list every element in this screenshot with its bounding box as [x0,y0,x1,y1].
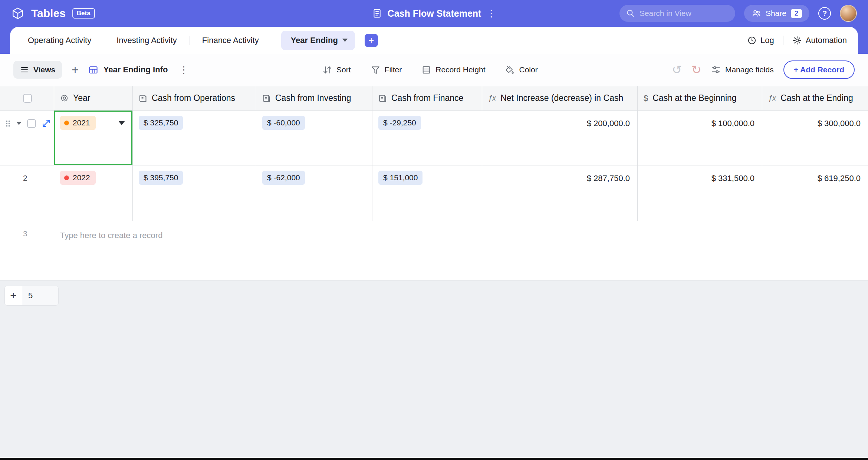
column-header-cash-from-operations[interactable]: Cash from Operations [133,86,256,110]
cell-cash-at-ending[interactable]: $ 619,250.0 [762,165,868,221]
column-header-cash-from-investing[interactable]: Cash from Investing [256,86,372,110]
tab-investing-activity[interactable]: Investing Activity [104,36,190,45]
current-view[interactable]: Year Ending Info ⋮ [88,65,189,75]
toolbar-right-group: ↺ ↻ Manage fields + Add Record [672,60,855,79]
window-bottom-edge [0,458,868,460]
tab-dropdown-caret-icon [342,39,348,42]
color-label: Color [519,65,537,74]
cell-year[interactable]: 2022 [54,165,133,221]
row-controls [0,111,54,128]
currency-chip: $ 395,750 [139,171,183,185]
search-input[interactable] [640,9,729,18]
tab-strip: Operating Activity Investing Activity Fi… [10,27,858,54]
cell-cash-from-finance[interactable]: $ -29,250 [372,111,482,165]
column-label: Year [73,93,90,103]
sort-label: Sort [336,65,351,74]
cell-cash-from-finance[interactable]: $ 151,000 [372,165,482,221]
select-all-checkbox[interactable] [23,94,32,103]
currency-chip: $ -62,000 [262,171,305,185]
column-label: Net Increase (decrease) in Cash [500,93,623,103]
tab-finance-activity[interactable]: Finance Activity [190,36,272,45]
record-height-icon [422,65,431,75]
share-button[interactable]: Share 2 [744,5,809,22]
cell-cash-from-investing[interactable]: $ -60,000 [256,111,372,165]
formula-field-icon: ƒx [768,94,776,102]
document-menu-icon[interactable]: ⋮ [486,9,496,18]
new-record-row[interactable]: 3 Type here to create a record [0,221,868,280]
formula-field-icon: ƒx [488,94,496,102]
single-select-field-icon [60,94,69,102]
column-header-cash-at-beginning[interactable]: $ Cash at the Beginning [638,86,762,110]
add-rows-button[interactable]: + [5,286,22,305]
app-window: Tables Beta Cash Flow Statement ⋮ Share [0,0,868,460]
currency-chip: $ -60,000 [262,116,305,130]
filter-label: Filter [385,65,402,74]
sort-button[interactable]: Sort [323,65,351,75]
help-icon[interactable]: ? [818,7,831,20]
add-sheet-button[interactable]: + [365,34,378,47]
undo-icon[interactable]: ↺ [672,64,682,76]
drag-handle-icon[interactable] [5,119,11,128]
cell-cash-at-ending[interactable]: $ 300,000.0 [762,111,868,165]
log-button[interactable]: Log [747,36,774,45]
views-button[interactable]: Views [13,61,62,79]
column-header-cash-from-finance[interactable]: Cash from Finance [372,86,482,110]
cell-net-increase[interactable]: $ 287,750.0 [482,165,638,221]
currency-chip: $ -29,250 [378,116,421,130]
document-title-group: Cash Flow Statement ⋮ [372,8,496,19]
clock-icon [747,36,757,45]
row-number: 3 [0,221,54,238]
redo-icon[interactable]: ↻ [691,64,701,76]
row-collapse-icon[interactable] [16,122,22,125]
view-name: Year Ending Info [103,65,168,75]
column-header-year[interactable]: Year [54,86,133,110]
cell-year[interactable]: 2021 [54,111,133,165]
row-gutter: 2 [0,165,54,221]
row-checkbox[interactable] [27,119,36,128]
manage-fields-label: Manage fields [725,65,774,74]
row-gutter [0,111,54,165]
tag-color-dot [64,121,69,125]
header-gutter [0,86,54,110]
year-tag: 2022 [60,171,96,185]
add-rows-control: + 5 [4,286,59,306]
search-box[interactable] [619,5,735,22]
avatar[interactable] [840,5,857,22]
column-header-cash-at-ending[interactable]: ƒx Cash at the Ending [762,86,868,110]
add-record-button[interactable]: + Add Record [783,60,855,79]
cell-cash-from-operations[interactable]: $ 325,750 [133,111,256,165]
new-record-placeholder[interactable]: Type here to create a record [54,221,868,280]
cell-cash-at-beginning[interactable]: $ 100,000.0 [638,111,762,165]
expand-record-icon[interactable] [42,119,51,128]
view-menu-icon[interactable]: ⋮ [179,65,188,75]
top-bar-actions: Share 2 ? [619,5,857,22]
table-row: 2 2022 $ 395,750 $ -62,000 $ 151,000 $ 2… [0,165,868,221]
top-bar: Tables Beta Cash Flow Statement ⋮ Share [0,0,868,27]
record-height-label: Record Height [435,65,485,74]
select-dropdown-caret-icon[interactable] [118,121,125,125]
color-button[interactable]: Color [505,65,537,75]
manage-fields-button[interactable]: Manage fields [711,65,774,75]
add-view-button[interactable]: + [72,64,79,76]
document-icon [372,8,382,19]
column-header-net-increase[interactable]: ƒx Net Increase (decrease) in Cash [482,86,638,110]
automation-button[interactable]: Automation [792,36,847,45]
column-label: Cash at the Ending [780,93,853,103]
row-number: 2 [0,165,54,183]
filter-button[interactable]: Filter [371,65,402,75]
tab-year-ending-active[interactable]: Year Ending [281,31,355,50]
tag-color-dot [64,175,69,180]
share-label: Share [766,9,786,18]
tab-operating-activity[interactable]: Operating Activity [15,36,104,45]
column-label: Cash from Finance [391,93,463,103]
add-rows-count-input[interactable]: 5 [22,286,58,305]
record-height-button[interactable]: Record Height [422,65,485,75]
search-icon [626,9,635,18]
cell-cash-at-beginning[interactable]: $ 331,500.0 [638,165,762,221]
cell-cash-from-investing[interactable]: $ -62,000 [256,165,372,221]
currency-chip: $ 325,750 [139,116,183,130]
cell-net-increase[interactable]: $ 200,000.0 [482,111,638,165]
collaborators-icon [752,9,761,18]
views-label: Views [33,65,55,74]
cell-cash-from-operations[interactable]: $ 395,750 [133,165,256,221]
